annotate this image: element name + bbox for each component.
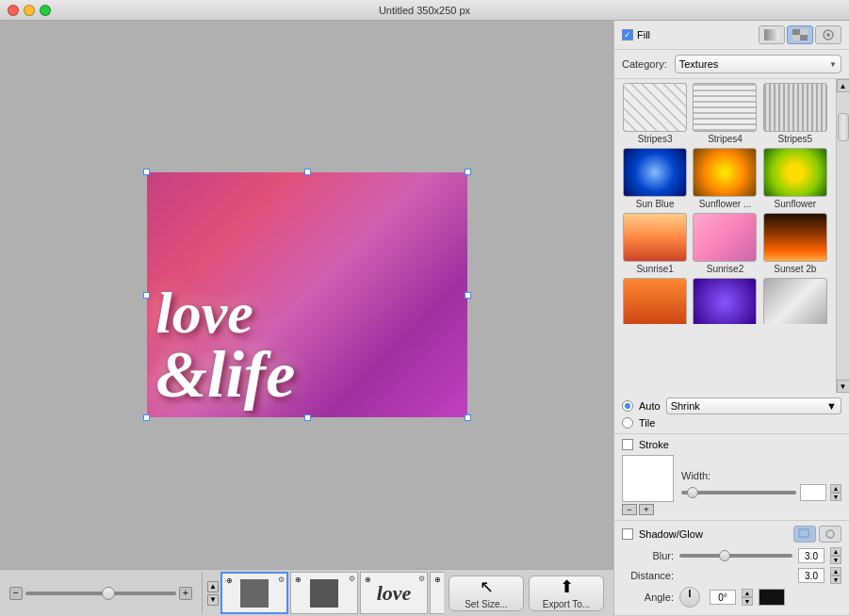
texture-thumb-last3	[763, 278, 827, 324]
shadow-glow-icon	[823, 527, 838, 541]
texture-area: Stripes3 Stripes4 Stripes5 Sun Blue	[614, 79, 849, 393]
handle-mid-right[interactable]	[465, 292, 471, 299]
svg-point-20	[828, 532, 832, 536]
texture-sunflower2[interactable]: Sunflower	[762, 148, 828, 209]
texture-thumb-stripes3	[623, 83, 687, 132]
thumbnail-1[interactable]: ⊕ ⚙	[220, 572, 288, 614]
handle-mid-left[interactable]	[143, 292, 150, 299]
width-label: Width:	[681, 470, 841, 481]
texture-last1[interactable]	[622, 278, 688, 324]
blur-stepper-down[interactable]: ▼	[830, 556, 841, 564]
thumb-settings-1: ⚙	[278, 575, 285, 584]
texture-stripes4[interactable]: Stripes4	[692, 83, 758, 144]
handle-bot-right[interactable]	[465, 414, 471, 421]
maximize-button[interactable]	[40, 5, 51, 16]
thumbnail-strip: ▲ ▼ ⊕ ⚙ ⊕ ⚙ ⊕ ⚙ love	[202, 572, 444, 614]
handle-top-mid[interactable]	[304, 169, 311, 175]
shadow-color-swatch[interactable]	[759, 589, 785, 606]
angle-dial[interactable]	[679, 587, 700, 608]
fill-type-radial[interactable]	[815, 25, 841, 44]
thumbnail-3[interactable]: ⊕ ⚙ love	[360, 572, 428, 614]
bottom-bar: − + ▲ ▼ ⊕ ⚙ ⊕ ⚙	[0, 569, 613, 616]
tile-radio[interactable]	[622, 417, 633, 429]
fill-checkbox[interactable]: ✓	[622, 29, 633, 41]
texture-stripes3[interactable]: Stripes3	[622, 83, 688, 144]
thumb-icon-2: ⊕	[293, 575, 302, 584]
thumbnail-2[interactable]: ⊕ ⚙	[290, 572, 358, 614]
scroll-down-button[interactable]: ▼	[837, 380, 850, 393]
zoom-slider-track[interactable]	[25, 592, 176, 595]
texture-thumb-sunflower2	[763, 148, 827, 197]
distance-stepper-down[interactable]: ▼	[830, 575, 841, 584]
scroll-thumb[interactable]	[838, 113, 849, 141]
texture-sunrise1[interactable]: Sunrise1	[622, 213, 688, 274]
scroll-track	[838, 94, 849, 378]
texture-label-sunrise2: Sunrise2	[707, 264, 743, 274]
handle-top-left[interactable]	[143, 169, 150, 175]
set-size-label: Set Size...	[465, 599, 508, 609]
thumbnail-4[interactable]: ⊕ ⚙ lo	[430, 572, 444, 614]
canvas-frame[interactable]: love &life	[147, 172, 467, 417]
fill-type-linear[interactable]	[759, 25, 785, 44]
texture-last2[interactable]	[692, 278, 758, 324]
width-slider-thumb[interactable]	[687, 487, 698, 498]
zoom-in-button[interactable]: +	[179, 587, 192, 600]
stroke-color-box[interactable]	[622, 455, 674, 502]
export-to-button[interactable]: ⬆ Export To...	[529, 575, 604, 611]
shadow-drop-button[interactable]	[793, 526, 816, 543]
distance-stepper: ▲ ▼	[830, 567, 841, 584]
category-select[interactable]: Textures ▼	[675, 55, 841, 73]
width-slider-track[interactable]	[681, 491, 796, 494]
blur-slider-thumb[interactable]	[719, 550, 730, 561]
texture-label-stripes3: Stripes3	[638, 134, 673, 144]
width-stepper-up[interactable]: ▲	[830, 484, 841, 493]
scroll-up-button[interactable]: ▲	[837, 79, 850, 92]
close-button[interactable]	[8, 5, 19, 16]
texture-label-stripes5: Stripes5	[777, 134, 812, 144]
blur-slider-track[interactable]	[679, 554, 792, 558]
stroke-checkbox[interactable]	[622, 439, 633, 450]
angle-indicator	[689, 590, 691, 597]
handle-top-right[interactable]	[465, 169, 471, 175]
right-panel: Effects Geometry Styles ✓ Fill	[613, 21, 849, 616]
fill-type-texture[interactable]	[787, 25, 813, 44]
texture-sunrise2[interactable]: Sunrise2	[692, 213, 758, 274]
set-size-button[interactable]: ↖ Set Size...	[449, 575, 524, 611]
thumb-prev-button[interactable]: ▲	[207, 581, 219, 592]
thumb-nav-expand[interactable]: ▼	[207, 594, 219, 606]
width-stepper-down[interactable]: ▼	[830, 493, 841, 501]
zoom-slider-thumb[interactable]	[102, 587, 115, 600]
width-stepper: ▲ ▼	[830, 484, 841, 501]
category-value: Textures	[679, 58, 719, 70]
angle-stepper-down[interactable]: ▼	[742, 597, 753, 606]
texture-sunblue[interactable]: Sun Blue	[622, 148, 688, 209]
stroke-color-minus[interactable]: −	[622, 504, 637, 515]
svg-rect-12	[800, 29, 808, 35]
texture-label-sunflower1: Sunflower ...	[699, 199, 752, 209]
auto-radio[interactable]	[622, 400, 633, 412]
handle-bot-left[interactable]	[143, 414, 150, 421]
zoom-out-button[interactable]: −	[9, 587, 23, 600]
blur-stepper-up[interactable]: ▲	[830, 547, 841, 556]
stroke-color-plus[interactable]: +	[639, 504, 654, 515]
angle-stepper-up[interactable]: ▲	[742, 589, 753, 597]
texture-last3[interactable]	[762, 278, 828, 324]
shrink-select[interactable]: Shrink ▼	[666, 397, 841, 414]
shadow-checkbox[interactable]	[622, 528, 633, 540]
distance-stepper-up[interactable]: ▲	[830, 567, 841, 575]
handle-bot-mid[interactable]	[304, 414, 311, 421]
texture-sunflower1[interactable]: Sunflower ...	[692, 148, 758, 209]
thumb-icon-3: ⊕	[363, 575, 372, 584]
blur-row: Blur: 3.0 ▲ ▼	[622, 547, 841, 564]
texture-sunset2b[interactable]: Sunset 2b	[762, 213, 828, 274]
shadow-section: Shadow/Glow	[614, 521, 849, 616]
minimize-button[interactable]	[24, 5, 35, 16]
thumb-image-1	[240, 579, 269, 608]
shadow-label: Shadow/Glow	[639, 528, 703, 540]
width-slider-row: ▲ ▼	[681, 484, 841, 501]
export-to-label: Export To...	[543, 599, 590, 609]
texture-stripes5[interactable]: Stripes5	[762, 83, 828, 144]
shadow-glow-button[interactable]	[819, 526, 841, 543]
texture-label-sunset2b: Sunset 2b	[774, 264, 816, 274]
stroke-color-area: − +	[622, 455, 674, 515]
